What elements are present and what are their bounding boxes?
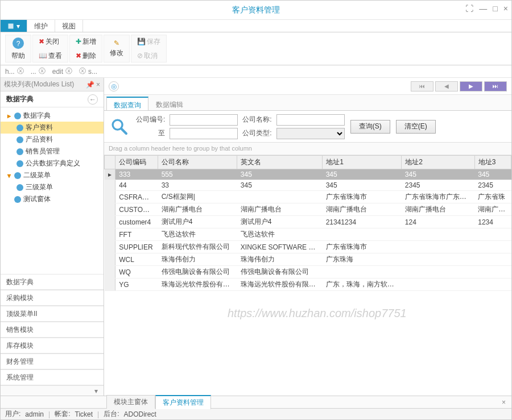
close-icon[interactable]: ⓧ: [39, 66, 46, 76]
cell[interactable]: 广东省珠: [474, 191, 511, 203]
cell[interactable]: YG: [115, 278, 158, 291]
group-by-hint[interactable]: Drag a column header here to group by th…: [104, 143, 511, 155]
cell[interactable]: [474, 278, 511, 291]
cell[interactable]: 珠海伟创力: [158, 253, 237, 266]
input-company-name[interactable]: [276, 114, 345, 126]
cell[interactable]: 2345: [474, 180, 511, 191]
cell[interactable]: [402, 253, 474, 266]
cell[interactable]: 345: [402, 169, 474, 180]
help-button[interactable]: ? 帮助: [9, 35, 27, 62]
tree-customer[interactable]: 客户资料: [1, 122, 104, 134]
accordion-section-1[interactable]: 采购模块: [1, 290, 104, 306]
modify-button[interactable]: ✎ 修改: [108, 38, 126, 59]
col-en[interactable]: 英文名: [237, 156, 323, 169]
cell[interactable]: [323, 228, 402, 241]
ribbon-tab-view[interactable]: 视图: [55, 20, 83, 32]
accordion-section-0[interactable]: 数据字典: [1, 274, 104, 290]
accordion-section-5[interactable]: 财务管理: [1, 354, 104, 369]
cell[interactable]: 44: [115, 180, 158, 191]
tab-query[interactable]: 数据查询: [106, 97, 148, 110]
minimize-icon[interactable]: —: [479, 4, 487, 13]
table-row[interactable]: YG珠海远光软件股份有限公司珠海远光软件股份有限公司广东，珠海，南方软件园: [105, 278, 511, 291]
col-addr3[interactable]: 地址3: [474, 156, 511, 169]
cell[interactable]: CUSTOMER: [115, 203, 158, 216]
cell[interactable]: 伟强电脑设备有限公司: [237, 266, 323, 278]
close-window-icon[interactable]: ×: [503, 4, 508, 13]
close-icon[interactable]: ⓧ: [17, 66, 24, 76]
pager-first[interactable]: ⏮: [411, 81, 433, 92]
subtab-edit[interactable]: editⓧ: [52, 66, 72, 76]
cell[interactable]: 新科现代软件有限公司: [158, 241, 237, 253]
cell[interactable]: 345: [237, 180, 323, 191]
cell[interactable]: 33: [158, 180, 237, 191]
cell[interactable]: 湖南广播电台: [158, 203, 237, 216]
cell[interactable]: CSFRAMEW...: [115, 191, 158, 203]
table-row[interactable]: customer4测试用户4测试用户4213412341241234: [105, 216, 511, 228]
accordion-section-3[interactable]: 销售模块: [1, 322, 104, 338]
tree-testform[interactable]: 测试窗体: [1, 193, 104, 205]
doc-tab-current[interactable]: 客户资料管理: [155, 395, 211, 409]
table-row[interactable]: CSFRAMEW...C/S框架网|广东省珠海市广东省珠海市广东省珠海市广东省珠: [105, 191, 511, 203]
close-icon[interactable]: ⓧ: [79, 66, 86, 76]
cell[interactable]: WQ: [115, 266, 158, 278]
cell[interactable]: [402, 266, 474, 278]
refresh-icon[interactable]: ◎: [109, 81, 119, 92]
cell[interactable]: 湖南广播电: [474, 203, 511, 216]
cell[interactable]: [402, 278, 474, 291]
table-row[interactable]: ▸333555345345345345: [105, 169, 511, 180]
close-button[interactable]: ✖关闭: [36, 36, 64, 48]
select-company-type[interactable]: [276, 128, 345, 139]
cell[interactable]: 广东，珠海，南方软件园: [323, 278, 402, 291]
cell[interactable]: [474, 228, 511, 241]
cell[interactable]: 1234: [474, 216, 511, 228]
cell[interactable]: 湖南广播电台: [237, 203, 323, 216]
col-code[interactable]: 公司编码: [115, 156, 158, 169]
subtab-dots1[interactable]: ...ⓧ: [31, 66, 46, 76]
cell[interactable]: 湖南广播电台: [323, 203, 402, 216]
cell[interactable]: 广东省珠海市广东省珠海市: [402, 191, 474, 203]
table-row[interactable]: WCL珠海伟创力珠海伟创力广东珠海: [105, 253, 511, 266]
accordion-section-2[interactable]: 顶级菜单II: [1, 306, 104, 322]
cell[interactable]: 珠海远光软件股份有限公司: [158, 278, 237, 291]
cell[interactable]: [402, 228, 474, 241]
ribbon-tab-maintain[interactable]: 维护: [27, 20, 55, 32]
table-row[interactable]: WQ伟强电脑设备有限公司伟强电脑设备有限公司: [105, 266, 511, 278]
input-company-code-to[interactable]: [170, 128, 238, 139]
cell[interactable]: 345: [323, 180, 402, 191]
col-addr1[interactable]: 地址1: [323, 156, 402, 169]
doc-tab-close-icon[interactable]: ×: [502, 398, 506, 406]
cell[interactable]: 珠海远光软件股份有限公司: [237, 278, 323, 291]
col-addr2[interactable]: 地址2: [402, 156, 474, 169]
clear-button[interactable]: 清空(E): [396, 120, 436, 134]
cell[interactable]: 345: [237, 169, 323, 180]
cell[interactable]: 飞恩达软件: [237, 228, 323, 241]
pager-last[interactable]: ⏭: [484, 81, 507, 92]
table-row[interactable]: 443334534523452345: [105, 180, 511, 191]
cell[interactable]: [474, 253, 511, 266]
cell[interactable]: 21341234: [323, 216, 402, 228]
cell[interactable]: 飞恩达软件: [158, 228, 237, 241]
cell[interactable]: FFT: [115, 228, 158, 241]
accordion-section-4[interactable]: 库存模块: [1, 338, 104, 354]
cell[interactable]: 333: [115, 169, 158, 180]
accordion-active[interactable]: 数据字典 ←: [1, 92, 104, 107]
back-icon[interactable]: ←: [88, 94, 98, 105]
subtab-h[interactable]: h...ⓧ: [5, 66, 24, 76]
cell[interactable]: customer4: [115, 216, 158, 228]
subtab-s[interactable]: ⓧs...: [79, 66, 97, 76]
cell[interactable]: 2345: [402, 180, 474, 191]
table-row[interactable]: FFT飞恩达软件飞恩达软件: [105, 228, 511, 241]
cell[interactable]: 珠海伟创力: [237, 253, 323, 266]
pager-next[interactable]: ▶: [460, 81, 482, 92]
cell[interactable]: 广东省珠海市: [323, 191, 402, 203]
cell[interactable]: [237, 191, 323, 203]
doc-tab-main[interactable]: 模块主窗体: [106, 395, 155, 409]
tree-menu2[interactable]: ▾二级菜单: [1, 169, 104, 181]
tree-sales[interactable]: 销售员管理: [1, 145, 104, 157]
cell[interactable]: 广东珠海: [323, 253, 402, 266]
restore-icon[interactable]: ⛶: [465, 4, 473, 13]
cell[interactable]: SUPPLIER: [115, 241, 158, 253]
cell[interactable]: 湖南广播电台: [402, 203, 474, 216]
cell[interactable]: 124: [402, 216, 474, 228]
expand-icon[interactable]: ▾: [6, 172, 12, 180]
